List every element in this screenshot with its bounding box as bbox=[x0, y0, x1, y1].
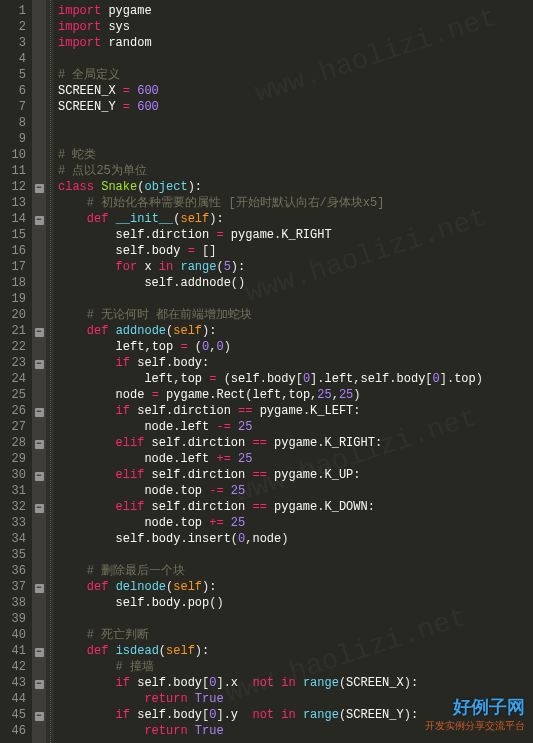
fold-cell: − bbox=[32, 435, 46, 451]
line-number: 24 bbox=[0, 371, 26, 387]
code-line[interactable]: # 全局定义 bbox=[58, 67, 483, 83]
code-line[interactable] bbox=[58, 611, 483, 627]
fold-toggle-icon[interactable]: − bbox=[35, 712, 44, 721]
line-number: 11 bbox=[0, 163, 26, 179]
fold-toggle-icon[interactable]: − bbox=[35, 216, 44, 225]
fold-toggle-icon[interactable]: − bbox=[35, 360, 44, 369]
line-number: 32 bbox=[0, 499, 26, 515]
line-number: 8 bbox=[0, 115, 26, 131]
fold-cell bbox=[32, 723, 46, 739]
fold-cell: − bbox=[32, 499, 46, 515]
code-line[interactable]: import pygame bbox=[58, 3, 483, 19]
fold-toggle-icon[interactable]: − bbox=[35, 408, 44, 417]
code-line[interactable]: def __init__(self): bbox=[58, 211, 483, 227]
fold-toggle-icon[interactable]: − bbox=[35, 440, 44, 449]
code-line[interactable]: def addnode(self): bbox=[58, 323, 483, 339]
code-line[interactable]: self.body = [] bbox=[58, 243, 483, 259]
fold-cell: − bbox=[32, 211, 46, 227]
fold-cell bbox=[32, 3, 46, 19]
code-line[interactable]: # 初始化各种需要的属性 [开始时默认向右/身体块x5] bbox=[58, 195, 483, 211]
line-number: 9 bbox=[0, 131, 26, 147]
code-line[interactable]: # 点以25为单位 bbox=[58, 163, 483, 179]
code-line[interactable]: # 死亡判断 bbox=[58, 627, 483, 643]
fold-cell bbox=[32, 131, 46, 147]
code-line[interactable] bbox=[58, 51, 483, 67]
fold-toggle-icon[interactable]: − bbox=[35, 184, 44, 193]
code-line[interactable]: SCREEN_Y = 600 bbox=[58, 99, 483, 115]
code-line[interactable]: return True bbox=[58, 723, 483, 739]
code-line[interactable]: elif self.dirction == pygame.K_RIGHT: bbox=[58, 435, 483, 451]
code-line[interactable]: import sys bbox=[58, 19, 483, 35]
code-line[interactable]: def delnode(self): bbox=[58, 579, 483, 595]
code-line[interactable]: left,top = (0,0) bbox=[58, 339, 483, 355]
code-line[interactable]: class Snake(object): bbox=[58, 179, 483, 195]
line-number: 40 bbox=[0, 627, 26, 643]
line-number: 3 bbox=[0, 35, 26, 51]
code-line[interactable]: return True bbox=[58, 691, 483, 707]
fold-cell bbox=[32, 51, 46, 67]
fold-cell bbox=[32, 83, 46, 99]
code-line[interactable]: self.body.insert(0,node) bbox=[58, 531, 483, 547]
fold-cell: − bbox=[32, 467, 46, 483]
code-line[interactable]: node.top += 25 bbox=[58, 515, 483, 531]
code-line[interactable]: for x in range(5): bbox=[58, 259, 483, 275]
fold-toggle-icon[interactable]: − bbox=[35, 328, 44, 337]
code-line[interactable]: if self.body[0].x not in range(SCREEN_X)… bbox=[58, 675, 483, 691]
fold-cell: − bbox=[32, 403, 46, 419]
code-line[interactable]: if self.body[0].y not in range(SCREEN_Y)… bbox=[58, 707, 483, 723]
code-line[interactable]: if self.dirction == pygame.K_LEFT: bbox=[58, 403, 483, 419]
code-line[interactable]: # 撞墙 bbox=[58, 659, 483, 675]
line-number: 2 bbox=[0, 19, 26, 35]
code-line[interactable]: def isdead(self): bbox=[58, 643, 483, 659]
code-line[interactable]: elif self.dirction == pygame.K_DOWN: bbox=[58, 499, 483, 515]
line-number: 14 bbox=[0, 211, 26, 227]
code-area[interactable]: import pygameimport sysimport random # 全… bbox=[54, 0, 483, 743]
fold-cell bbox=[32, 307, 46, 323]
code-line[interactable] bbox=[58, 115, 483, 131]
code-line[interactable] bbox=[58, 131, 483, 147]
fold-cell bbox=[32, 99, 46, 115]
fold-cell bbox=[32, 595, 46, 611]
fold-toggle-icon[interactable]: − bbox=[35, 472, 44, 481]
code-line[interactable]: SCREEN_X = 600 bbox=[58, 83, 483, 99]
code-line[interactable]: self.dirction = pygame.K_RIGHT bbox=[58, 227, 483, 243]
fold-toggle-icon[interactable]: − bbox=[35, 584, 44, 593]
fold-cell bbox=[32, 451, 46, 467]
line-number: 26 bbox=[0, 403, 26, 419]
line-number: 7 bbox=[0, 99, 26, 115]
fold-cell bbox=[32, 419, 46, 435]
fold-cell bbox=[32, 547, 46, 563]
line-number: 44 bbox=[0, 691, 26, 707]
line-number: 25 bbox=[0, 387, 26, 403]
code-editor[interactable]: 1234567891011121314151617181920212223242… bbox=[0, 0, 533, 743]
code-line[interactable]: # 删除最后一个块 bbox=[58, 563, 483, 579]
fold-cell bbox=[32, 195, 46, 211]
line-number: 6 bbox=[0, 83, 26, 99]
code-line[interactable]: import random bbox=[58, 35, 483, 51]
code-line[interactable]: self.body.pop() bbox=[58, 595, 483, 611]
line-number: 13 bbox=[0, 195, 26, 211]
code-line[interactable]: left,top = (self.body[0].left,self.body[… bbox=[58, 371, 483, 387]
fold-cell bbox=[32, 227, 46, 243]
line-number: 31 bbox=[0, 483, 26, 499]
line-number: 46 bbox=[0, 723, 26, 739]
code-line[interactable]: node.top -= 25 bbox=[58, 483, 483, 499]
code-line[interactable]: self.addnode() bbox=[58, 275, 483, 291]
code-line[interactable]: node = pygame.Rect(left,top,25,25) bbox=[58, 387, 483, 403]
code-line[interactable]: # 无论何时 都在前端增加蛇块 bbox=[58, 307, 483, 323]
line-number: 22 bbox=[0, 339, 26, 355]
code-line[interactable]: if self.body: bbox=[58, 355, 483, 371]
code-line[interactable] bbox=[58, 547, 483, 563]
fold-toggle-icon[interactable]: − bbox=[35, 504, 44, 513]
fold-toggle-icon[interactable]: − bbox=[35, 680, 44, 689]
fold-cell bbox=[32, 243, 46, 259]
line-number: 4 bbox=[0, 51, 26, 67]
code-line[interactable]: # 蛇类 bbox=[58, 147, 483, 163]
code-line[interactable]: node.left -= 25 bbox=[58, 419, 483, 435]
code-line[interactable]: node.left += 25 bbox=[58, 451, 483, 467]
code-line[interactable] bbox=[58, 291, 483, 307]
line-number: 41 bbox=[0, 643, 26, 659]
code-line[interactable]: elif self.dirction == pygame.K_UP: bbox=[58, 467, 483, 483]
fold-toggle-icon[interactable]: − bbox=[35, 648, 44, 657]
fold-cell bbox=[32, 291, 46, 307]
